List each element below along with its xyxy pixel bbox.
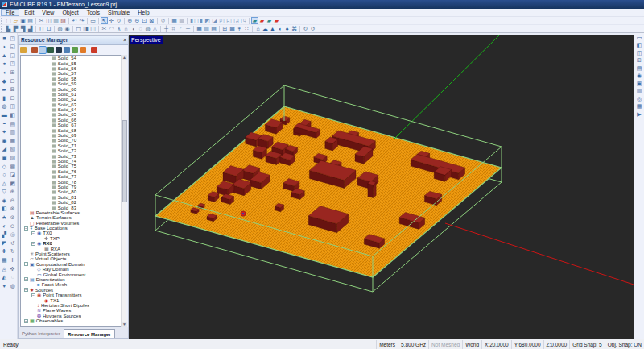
solid-shape-tool-20[interactable]: ◈ [1,197,8,204]
array-grid-tool[interactable]: ▤ [210,25,217,32]
surface-shape-tool-17[interactable]: ◪ [9,171,16,178]
tab-resource-manager[interactable]: Resource Manager [64,329,115,338]
zoom-out-button[interactable]: ⊖ [134,17,141,24]
solid-shape-tool-26[interactable]: ✚ [1,247,8,255]
rm-module-planar-icon[interactable] [56,47,62,53]
solid-shape-tool-22[interactable]: ★ [1,214,8,221]
vegetation-tool[interactable]: ♠ [283,25,291,32]
draw-slab-tool[interactable]: ◫ [89,25,97,32]
line-tool[interactable]: ─ [184,25,192,32]
scatter-tool[interactable]: ∷ [243,25,250,32]
solid-shape-tool-9[interactable]: ◍ [1,102,8,110]
extrude-tool[interactable]: ⊼ [115,25,122,32]
rotate-ccw-tool[interactable]: ↺ [309,25,316,32]
draw-prism-tool[interactable]: ▜ [19,25,27,32]
solid-shape-tool-7[interactable]: ▰ [1,85,8,93]
solid-shape-tool-10[interactable]: ▬ [1,111,8,118]
surface-shape-tool-29[interactable]: ◌ [9,273,16,280]
delete-button[interactable]: ▨ [60,17,67,24]
scroll-down-icon[interactable]: ▼ [122,322,127,327]
menu-item-help[interactable]: Help [134,9,153,16]
display-settings-button[interactable]: ▭ [636,34,643,41]
surface-shape-tool-24[interactable]: ◎ [9,231,16,238]
surface-shape-tool-21[interactable]: ⊗ [9,205,16,212]
pan-view-button[interactable]: ✛ [108,17,115,24]
scrollbar-thumb[interactable] [122,120,127,202]
surface-shape-tool-28[interactable]: ✜ [9,265,16,272]
expand-minus-icon[interactable]: − [24,262,28,266]
surface-shape-tool-10[interactable]: ◧ [9,111,16,118]
solid-shape-tool-5[interactable]: ◖ [1,69,8,76]
solid-shape-tool-21[interactable]: ◧ [1,205,8,212]
menu-item-simulate[interactable]: Simulate [104,9,134,16]
scroll-up-icon[interactable]: ▲ [122,55,127,60]
view-left-button[interactable]: ◩ [204,17,211,24]
copy-button[interactable]: ◫ [45,17,52,24]
rm-module-po-icon[interactable] [72,47,78,53]
grid-points-tool[interactable]: ⌗ [170,25,177,32]
solid-shape-tool-29[interactable]: ◭ [1,273,8,280]
menu-item-tools[interactable]: Tools [83,9,104,16]
solid-shape-tool-19[interactable]: ▽ [1,188,8,195]
undo-button[interactable]: ↶ [71,17,78,24]
run-button[interactable]: ▶ [636,110,643,118]
surface-shape-tool-23[interactable]: ⊙ [9,222,16,230]
module-view-4-button[interactable]: ▰ [273,17,280,24]
rm-module-target-icon[interactable] [91,47,97,53]
cloud-tool[interactable]: ☁ [262,25,269,32]
solid-shape-tool-8[interactable]: ▮ [1,94,8,102]
module-view-3-button[interactable]: ▰ [266,17,273,24]
trim-tool[interactable]: ✂ [101,25,108,32]
resource-manager-header[interactable]: Resource Manager × [19,36,128,45]
rm-module-cubecad-icon[interactable] [31,47,38,53]
solid-shape-tool-18[interactable]: △ [1,180,8,187]
solid-shape-tool-12[interactable]: ✦ [1,128,8,135]
elevate-tool[interactable]: ↟ [236,25,243,32]
surface-shape-tool-30[interactable]: ◍ [9,282,16,289]
rotate-cw-tool[interactable]: ↻ [302,25,309,32]
solid-shape-tool-15[interactable]: ▣ [1,154,8,161]
zoom-extents-button[interactable]: ⊠ [148,17,155,24]
draw-box-tool[interactable]: ▙ [5,25,12,32]
rm-module-fdtd-icon[interactable] [64,47,70,53]
target-button[interactable]: ◉ [636,72,643,79]
rm-module-metal-icon[interactable] [47,47,54,53]
menu-item-file[interactable]: File [1,9,19,16]
surface-shape-tool-11[interactable]: ▤ [9,120,16,127]
water-tool[interactable]: ◖ [276,25,283,32]
solid-shape-tool-1[interactable]: ■ [1,35,8,42]
menu-item-object[interactable]: Object [58,9,82,16]
grid-toggle-button[interactable]: ▦ [171,17,178,24]
solid-shape-tool-30[interactable]: ▼ [1,282,8,289]
surface-shape-tool-20[interactable]: ⊖ [9,197,16,204]
surface-shape-tool-6[interactable]: ⊟ [9,77,16,85]
open-project-button[interactable]: ▱ [12,17,19,24]
surface-shape-tool-26[interactable]: ↻ [9,247,16,255]
solid-shape-tool-3[interactable]: ▲ [1,52,8,59]
expand-minus-icon[interactable]: − [24,319,28,323]
rm-project-icon[interactable] [20,47,27,53]
solid-shape-tool-13[interactable]: ◉ [1,137,8,144]
expand-minus-icon[interactable]: − [24,277,28,281]
view-back-button[interactable]: ◱ [225,17,233,24]
toolbar-grip[interactable] [1,26,3,32]
solid-shape-tool-28[interactable]: ◬ [1,265,8,272]
report-button[interactable]: ▦ [636,102,643,110]
draw-ellipsoid-tool[interactable]: ◉ [64,25,71,32]
solid-shape-tool-27[interactable]: ▦ [1,256,8,264]
view-perspective-button[interactable]: ◳ [240,17,247,24]
surface-shape-tool-19[interactable]: ⊕ [9,188,16,195]
surface-shape-tool-12[interactable]: ▥ [9,128,16,135]
arc-tool[interactable]: ◜ [177,25,184,32]
surface-shape-tool-3[interactable]: ◲ [9,52,16,59]
status-grid-snap[interactable]: Grid Snap: 5 [569,340,605,349]
draw-pyramid-tool[interactable]: ▟ [27,25,34,32]
tab-python-interpreter[interactable]: Python Interpreter [19,329,64,338]
cut-button[interactable]: ✂ [38,17,45,24]
domain-box-tool[interactable]: ⊞ [221,25,229,32]
tree-item-observables[interactable]: −▦Observables [21,318,126,323]
surface-shape-tool-4[interactable]: ◳ [9,60,16,67]
surface-shape-tool-13[interactable]: ▦ [9,137,16,144]
surface-shape-tool-1[interactable]: ◰ [9,35,16,42]
mesh-view-button[interactable]: ▩ [178,17,185,24]
